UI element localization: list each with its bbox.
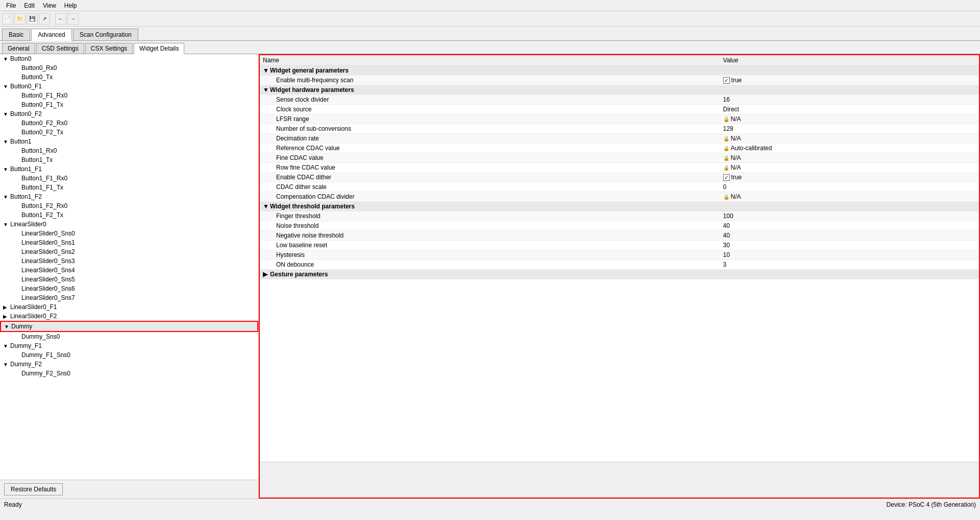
tree-item-linearslider0_sns2[interactable]: LinearSlider0_Sns2: [0, 247, 258, 256]
prop-value-cell[interactable]: 0: [720, 182, 979, 192]
prop-value-cell[interactable]: 🔒N/A: [720, 114, 979, 124]
expand-icon[interactable]: ▼: [3, 111, 9, 117]
undo-button[interactable]: ←: [55, 13, 66, 25]
tree-item-label: LinearSlider0_Sns4: [21, 267, 75, 274]
tree-item-button1_f2[interactable]: ▼Button1_F2: [0, 192, 258, 201]
section-expand-icon[interactable]: ▼: [263, 86, 270, 93]
tree-item-dummy_f1[interactable]: ▼Dummy_F1: [0, 341, 258, 350]
tab-basic[interactable]: Basic: [2, 29, 30, 40]
tree-item-linearslider0_sns6[interactable]: LinearSlider0_Sns6: [0, 284, 258, 293]
new-button[interactable]: 📄: [2, 13, 13, 25]
section-row-widget_threshold[interactable]: ▼Widget threshold parameters: [260, 202, 979, 211]
tree-item-linearslider0_sns5[interactable]: LinearSlider0_Sns5: [0, 275, 258, 284]
tree-item-button1_f1_rx0[interactable]: Button1_F1_Rx0: [0, 174, 258, 183]
expand-icon[interactable]: ▼: [3, 84, 9, 89]
expand-icon[interactable]: ▼: [3, 343, 9, 349]
checkbox-icon[interactable]: ✓: [723, 174, 730, 181]
prop-value-cell[interactable]: 🔒N/A: [720, 163, 979, 173]
prop-value-cell[interactable]: 🔒N/A: [720, 192, 979, 202]
tree-item-dummy[interactable]: ▼Dummy: [0, 321, 258, 332]
tree-item-button0_rx0[interactable]: Button0_Rx0: [0, 63, 258, 73]
prop-value-cell[interactable]: Direct: [720, 105, 979, 114]
lock-icon: 🔒: [723, 136, 729, 141]
save-button[interactable]: 💾: [27, 13, 38, 25]
tree-item-dummy_f2_sns0[interactable]: Dummy_F2_Sns0: [0, 369, 258, 378]
menu-view[interactable]: View: [39, 1, 60, 10]
tree-item-button1_f1[interactable]: ▼Button1_F1: [0, 164, 258, 174]
tree-item-button1_tx[interactable]: Button1_Tx: [0, 155, 258, 164]
tree-item-dummy_f1_sns0[interactable]: Dummy_F1_Sns0: [0, 350, 258, 360]
export-button[interactable]: ↗: [39, 13, 50, 25]
expand-icon[interactable]: ▼: [3, 139, 9, 145]
tab-scan-configuration[interactable]: Scan Configuration: [73, 29, 138, 40]
menu-help[interactable]: Help: [60, 1, 81, 10]
tree-item-button0_f2_tx[interactable]: Button0_F2_Tx: [0, 128, 258, 137]
tree-item-linearslider0_sns3[interactable]: LinearSlider0_Sns3: [0, 256, 258, 266]
prop-value-cell[interactable]: 30: [720, 241, 979, 250]
prop-row: Enable CDAC dither✓true: [260, 173, 979, 182]
prop-value-cell[interactable]: 10: [720, 250, 979, 260]
prop-value-cell[interactable]: 16: [720, 95, 979, 105]
status-bar: Ready Device: PSoC 4 (5th Generation): [0, 499, 980, 510]
expand-icon[interactable]: ▶: [3, 314, 9, 319]
tree-item-button1_f2_tx[interactable]: Button1_F2_Tx: [0, 210, 258, 220]
tree-item-button1_f1_tx[interactable]: Button1_F1_Tx: [0, 183, 258, 192]
expand-icon[interactable]: ▼: [3, 56, 9, 62]
redo-button[interactable]: →: [67, 13, 79, 25]
tree-item-button0_tx[interactable]: Button0_Tx: [0, 73, 258, 82]
tree-item-linearslider0_sns1[interactable]: LinearSlider0_Sns1: [0, 238, 258, 247]
tree-item-button0_f1[interactable]: ▼Button0_F1: [0, 82, 258, 91]
restore-defaults-button[interactable]: Restore Defaults: [4, 483, 63, 495]
tree-item-button1_f2_rx0[interactable]: Button1_F2_Rx0: [0, 201, 258, 210]
section-row-widget_hardware[interactable]: ▼Widget hardware parameters: [260, 85, 979, 95]
prop-value-cell[interactable]: 🔒Auto-calibrated: [720, 144, 979, 153]
tree-item-button0[interactable]: ▼Button0: [0, 54, 258, 63]
tree-item-linearslider0_f2[interactable]: ▶LinearSlider0_F2: [0, 312, 258, 321]
tree-item-button0_f2[interactable]: ▼Button0_F2: [0, 109, 258, 119]
tab-advanced[interactable]: Advanced: [31, 29, 71, 41]
section-expand-icon[interactable]: ▼: [263, 67, 270, 74]
tree-item-linearslider0[interactable]: ▼LinearSlider0: [0, 220, 258, 229]
tree-item-button0_f2_rx0[interactable]: Button0_F2_Rx0: [0, 119, 258, 128]
checkbox-icon[interactable]: ✓: [723, 77, 730, 84]
section-row-widget_general[interactable]: ▼Widget general parameters: [260, 66, 979, 76]
tree-item-button0_f1_tx[interactable]: Button0_F1_Tx: [0, 100, 258, 109]
expand-icon[interactable]: ▶: [3, 304, 9, 310]
subtab-csx-settings[interactable]: CSX Settings: [85, 43, 133, 54]
tree-item-dummy_f2[interactable]: ▼Dummy_F2: [0, 360, 258, 369]
subtab-widget-details[interactable]: Widget Details: [134, 43, 184, 54]
prop-value: true: [731, 77, 742, 84]
prop-value-cell[interactable]: 🔒N/A: [720, 153, 979, 163]
section-expand-icon[interactable]: ▶: [263, 271, 270, 278]
section-row-gesture_params[interactable]: ▶Gesture parameters: [260, 270, 979, 279]
expand-icon[interactable]: ▼: [3, 194, 9, 200]
prop-value-cell[interactable]: ✓true: [720, 173, 979, 182]
tree-item-label: Button0_F2_Tx: [21, 129, 63, 136]
tree-item-linearslider0_sns7[interactable]: LinearSlider0_Sns7: [0, 293, 258, 302]
open-button[interactable]: 📁: [14, 13, 26, 25]
expand-icon[interactable]: ▼: [4, 324, 10, 329]
expand-icon[interactable]: ▼: [3, 222, 9, 227]
prop-value-cell[interactable]: 3: [720, 260, 979, 270]
tree-item-linearslider0_f1[interactable]: ▶LinearSlider0_F1: [0, 302, 258, 312]
section-expand-icon[interactable]: ▼: [263, 203, 270, 210]
prop-value-cell[interactable]: ✓true: [720, 76, 979, 85]
expand-icon[interactable]: ▼: [3, 167, 9, 172]
prop-value-cell[interactable]: 128: [720, 124, 979, 134]
tree-item-label: Button1_F1_Rx0: [21, 175, 67, 182]
expand-icon[interactable]: ▼: [3, 362, 9, 367]
tree-item-button1[interactable]: ▼Button1: [0, 137, 258, 146]
tree-item-button1_rx0[interactable]: Button1_Rx0: [0, 146, 258, 155]
prop-value-cell[interactable]: 🔒N/A: [720, 134, 979, 144]
prop-value-cell[interactable]: 40: [720, 231, 979, 241]
subtab-csd-settings[interactable]: CSD Settings: [36, 43, 84, 54]
tree-item-linearslider0_sns4[interactable]: LinearSlider0_Sns4: [0, 266, 258, 275]
subtab-general[interactable]: General: [2, 43, 35, 54]
tree-item-linearslider0_sns0[interactable]: LinearSlider0_Sns0: [0, 229, 258, 238]
menu-edit[interactable]: Edit: [20, 1, 39, 10]
menu-file[interactable]: File: [2, 1, 20, 10]
prop-value-cell[interactable]: 100: [720, 211, 979, 221]
tree-item-button0_f1_rx0[interactable]: Button0_F1_Rx0: [0, 91, 258, 100]
tree-item-dummy_sns0[interactable]: Dummy_Sns0: [0, 332, 258, 341]
prop-value-cell[interactable]: 40: [720, 221, 979, 231]
